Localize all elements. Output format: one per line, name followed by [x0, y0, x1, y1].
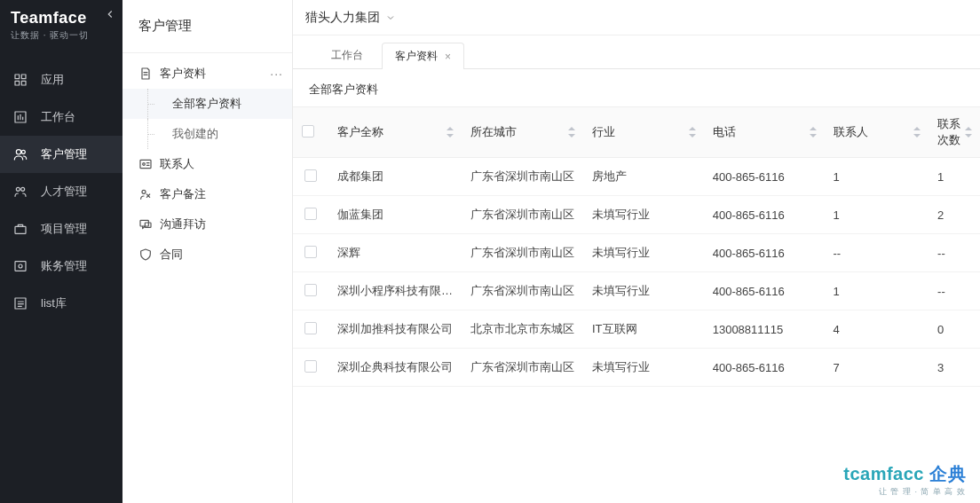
row-checkbox[interactable]: [304, 208, 317, 220]
footer-brand-tagline: 让 管 理 · 简 单 高 效: [843, 486, 966, 498]
svg-point-11: [21, 187, 25, 191]
header-checkbox-cell: [293, 107, 328, 158]
svg-rect-1: [21, 75, 26, 79]
cell-count: --: [929, 272, 980, 310]
select-all-checkbox[interactable]: [302, 125, 314, 138]
nav-item-6[interactable]: list库: [0, 285, 122, 322]
row-checkbox-cell: [293, 158, 328, 196]
tree-item-label: 沟通拜访: [160, 216, 206, 232]
footer-brand: tcamfacc 企典 让 管 理 · 简 单 高 效: [843, 462, 966, 498]
tab-1[interactable]: 客户资料×: [382, 43, 464, 69]
tree-item-4[interactable]: 合同: [122, 240, 292, 270]
column-header-label: 行业: [592, 125, 615, 138]
table-row[interactable]: 伽蓝集团 广东省深圳市南山区 未填写行业 400-865-6116 1 2: [293, 196, 980, 234]
cell-city: 广东省深圳市南山区: [462, 196, 583, 234]
column-header-label: 所在城市: [470, 125, 517, 138]
tree-subitem-0-1[interactable]: 我创建的: [122, 119, 292, 149]
cell-industry: 未填写行业: [583, 196, 704, 234]
row-checkbox[interactable]: [304, 169, 317, 182]
cell-city: 广东省深圳市南山区: [462, 272, 583, 310]
column-header-3[interactable]: 电话: [704, 107, 825, 158]
footer-brand-accent: 企典: [929, 464, 966, 483]
cell-count: 2: [929, 196, 980, 234]
tab-label: 工作台: [331, 48, 363, 63]
briefcase-icon: [12, 221, 28, 237]
close-icon[interactable]: ×: [445, 51, 451, 63]
cell-contacts: 1: [825, 158, 929, 196]
nav-item-4[interactable]: 项目管理: [0, 210, 122, 248]
nav-item-0[interactable]: 应用: [0, 61, 122, 98]
chat-icon: [138, 217, 153, 232]
svg-marker-31: [568, 134, 575, 138]
table-row[interactable]: 成都集团 广东省深圳市南山区 房地产 400-865-6116 1 1: [293, 158, 980, 196]
row-checkbox-cell: [293, 310, 328, 349]
column-header-1[interactable]: 所在城市: [462, 107, 583, 158]
tree-item-3[interactable]: 沟通拜访: [122, 209, 292, 240]
column-header-4[interactable]: 联系人: [825, 107, 929, 158]
cell-phone: 400-865-6116: [704, 272, 825, 310]
tree-item-0[interactable]: 客户资料···: [122, 59, 292, 89]
table-row[interactable]: 深圳企典科技有限公司 广东省深圳市南山区 未填写行业 400-865-6116 …: [293, 349, 980, 387]
svg-rect-0: [15, 75, 20, 79]
svg-marker-35: [810, 134, 817, 138]
nav-item-label: 人才管理: [41, 184, 87, 200]
sort-icon[interactable]: [913, 126, 921, 138]
svg-point-22: [143, 163, 146, 166]
grid-icon: [12, 72, 28, 88]
row-checkbox[interactable]: [304, 360, 317, 373]
footer-brand-name: tcamfacc: [843, 464, 924, 483]
tree-item-1[interactable]: 联系人: [122, 149, 292, 179]
cell-industry: 未填写行业: [583, 349, 704, 387]
row-checkbox-cell: [293, 349, 328, 387]
more-icon[interactable]: ···: [270, 67, 283, 81]
nav-item-label: list库: [41, 295, 67, 311]
column-header-2[interactable]: 行业: [583, 107, 704, 158]
cell-contacts: 7: [825, 349, 929, 387]
nav-list: 应用工作台客户管理人才管理项目管理账务管理list库: [0, 61, 122, 322]
cell-city: 北京市北京市东城区: [462, 310, 583, 349]
cell-count: 0: [929, 310, 980, 349]
tree-subitem-0-0[interactable]: 全部客户资料: [122, 89, 292, 119]
sort-icon[interactable]: [567, 126, 576, 138]
side-panel-title: 客户管理: [122, 0, 292, 53]
svg-rect-13: [15, 262, 26, 271]
nav-item-1[interactable]: 工作台: [0, 98, 122, 136]
svg-marker-29: [447, 134, 454, 138]
table-row[interactable]: 深圳小程序科技有限… 广东省深圳市南山区 未填写行业 400-865-6116 …: [293, 272, 980, 310]
nav-item-3[interactable]: 人才管理: [0, 173, 122, 210]
row-checkbox[interactable]: [304, 246, 317, 258]
column-header-5[interactable]: 联系次数: [929, 107, 980, 158]
svg-point-9: [21, 150, 25, 153]
nav-item-2[interactable]: 客户管理: [0, 136, 122, 173]
table-row[interactable]: 深圳加推科技有限公司 北京市北京市东城区 IT互联网 13008811115 4…: [293, 310, 980, 349]
tree-item-label: 客户备注: [160, 186, 206, 202]
nav-item-5[interactable]: 账务管理: [0, 248, 122, 285]
cell-industry: 未填写行业: [583, 234, 704, 272]
sort-icon[interactable]: [446, 126, 454, 138]
column-header-0[interactable]: 客户全称: [328, 107, 462, 158]
row-checkbox[interactable]: [304, 284, 317, 296]
tab-0[interactable]: 工作台: [318, 42, 376, 68]
svg-rect-15: [15, 298, 26, 309]
nav-item-label: 工作台: [41, 109, 75, 125]
sort-icon[interactable]: [688, 126, 697, 138]
org-switcher[interactable]: 猎头人力集团: [305, 10, 396, 26]
tree-item-2[interactable]: 客户备注: [122, 179, 292, 209]
users-icon: [12, 146, 28, 162]
collapse-sidebar-button[interactable]: [101, 5, 119, 23]
svg-rect-21: [140, 160, 151, 168]
sort-icon[interactable]: [964, 126, 973, 138]
svg-marker-33: [689, 134, 696, 138]
cell-phone: 400-865-6116: [704, 234, 825, 272]
cell-contacts: --: [825, 234, 929, 272]
cell-city: 广东省深圳市南山区: [462, 158, 583, 196]
tab-label: 客户资料: [395, 49, 438, 64]
sort-icon[interactable]: [809, 126, 818, 138]
svg-marker-32: [689, 127, 696, 130]
table-row[interactable]: 深辉 广东省深圳市南山区 未填写行业 400-865-6116 -- --: [293, 234, 980, 272]
column-header-label: 客户全称: [337, 125, 383, 138]
row-checkbox[interactable]: [304, 322, 317, 334]
nav-item-label: 账务管理: [41, 258, 87, 274]
content-title: 全部客户资料: [293, 69, 980, 106]
svg-marker-39: [965, 134, 972, 138]
